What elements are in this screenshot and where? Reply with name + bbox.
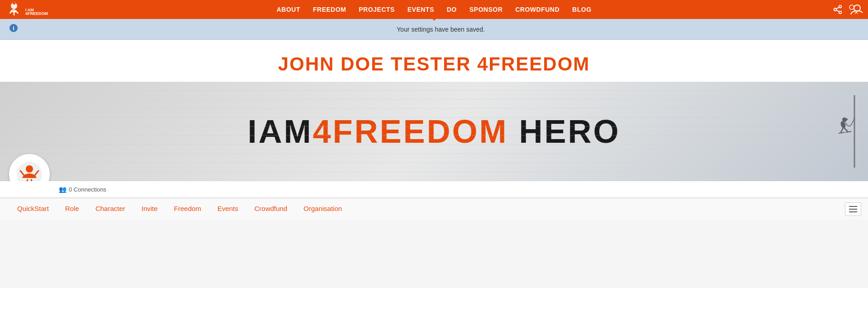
user-title-section: JOHN DOE TESTER 4FREEDOM xyxy=(0,40,868,82)
tab-freedom[interactable]: Freedom xyxy=(166,198,209,220)
logo[interactable]: I AM 4FREEDOM xyxy=(5,1,52,18)
svg-line-19 xyxy=(841,128,843,132)
user-icon xyxy=(847,4,863,15)
svg-line-21 xyxy=(839,132,844,133)
nav-about[interactable]: ABOUT xyxy=(276,6,300,13)
main-content: JOHN DOE TESTER 4FREEDOM IAM4FREEDOM HER… xyxy=(0,40,868,288)
svg-text:4FREEDOM: 4FREEDOM xyxy=(25,11,48,15)
nav-links: ABOUT FREEDOM PROJECTS EVENTS DO SPONSOR… xyxy=(276,6,591,13)
svg-line-20 xyxy=(844,128,848,131)
nav-projects[interactable]: PROJECTS xyxy=(359,6,394,13)
nav-freedom[interactable]: FREEDOM xyxy=(313,6,346,13)
svg-text:i: i xyxy=(13,25,14,32)
nav-do[interactable]: DO xyxy=(447,6,457,13)
svg-point-24 xyxy=(26,165,33,173)
hamburger-icon xyxy=(849,206,857,212)
svg-line-9 xyxy=(836,7,839,9)
tab-organisation[interactable]: Organisation xyxy=(295,198,350,220)
nav-blog[interactable]: BLOG xyxy=(572,6,591,13)
user-account-button[interactable] xyxy=(847,4,863,15)
tab-invite[interactable]: Invite xyxy=(133,198,166,220)
notification-message: Your settings have been saved. xyxy=(23,26,859,33)
nav-events[interactable]: EVENTS xyxy=(408,6,434,13)
tab-character[interactable]: Character xyxy=(87,198,133,220)
connections-label: 0 Connections xyxy=(69,186,106,193)
skier-silhouette-icon xyxy=(832,95,859,168)
logo-icon xyxy=(5,1,23,18)
tab-quickstart[interactable]: QuickStart xyxy=(9,198,57,220)
logo-text-icon: I AM 4FREEDOM xyxy=(25,4,52,15)
nav-sponsor[interactable]: SPONSOR xyxy=(470,6,503,13)
nav-right-controls xyxy=(833,4,863,15)
avatar-icon xyxy=(16,161,43,181)
svg-point-5 xyxy=(839,5,842,8)
svg-point-11 xyxy=(849,5,854,9)
info-icon: i xyxy=(9,23,18,35)
user-title: JOHN DOE TESTER 4FREEDOM xyxy=(0,53,868,75)
top-navigation: I AM 4FREEDOM ABOUT FREEDOM PROJECTS EVE… xyxy=(0,0,868,19)
tab-events[interactable]: Events xyxy=(209,198,247,220)
hero-banner: IAM4FREEDOM HERO xyxy=(0,82,868,181)
nav-chevron-down-icon xyxy=(430,14,438,23)
tab-crowdfund[interactable]: Crowdfund xyxy=(247,198,296,220)
profile-tabs: QuickStart Role Character Invite Freedom… xyxy=(0,198,868,220)
svg-line-8 xyxy=(836,10,839,12)
svg-point-6 xyxy=(834,8,837,11)
nav-crowdfund[interactable]: CROWDFUND xyxy=(515,6,560,13)
svg-point-10 xyxy=(854,5,860,11)
share-icon xyxy=(833,5,843,14)
svg-point-16 xyxy=(840,121,847,129)
connections-count: 👥 0 Connections xyxy=(59,186,106,193)
tab-role[interactable]: Role xyxy=(57,198,87,220)
svg-line-22 xyxy=(845,131,851,132)
profile-lower: 👥 0 Connections xyxy=(0,181,868,198)
avatar-inner xyxy=(12,157,47,181)
tabs-menu-button[interactable] xyxy=(845,202,861,216)
share-button[interactable] xyxy=(833,5,843,14)
connections-icon: 👥 xyxy=(59,186,66,193)
hero-bg-overlay xyxy=(0,82,868,181)
svg-point-7 xyxy=(839,11,842,14)
